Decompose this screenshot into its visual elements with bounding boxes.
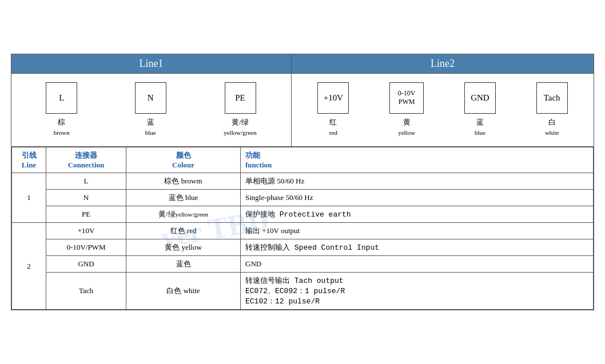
line2-title: Line2 bbox=[431, 58, 455, 69]
line2-header: Line2 bbox=[292, 54, 594, 73]
connector-label-Tach: 白white bbox=[545, 117, 559, 138]
conn-tach: Tach bbox=[46, 273, 126, 310]
conn-L: L bbox=[46, 173, 126, 190]
table-row: PE 黄/绿yellow/green 保护接地 Protective earth bbox=[12, 206, 594, 223]
func-tach: 转速信号输出 Tach output EC072、EC092：1 pulse/R… bbox=[241, 273, 594, 310]
table-row: GND 蓝色 GND bbox=[12, 256, 594, 273]
conn-PE: PE bbox=[46, 206, 126, 223]
connector-label-L: 棕brown bbox=[54, 117, 70, 138]
table-row: 0-10V/PWM 黄色 yellow 转速控制输入 Speed Control… bbox=[12, 239, 594, 256]
line2-diagram: +10V 红red 0-10VPWM 黄yellow GND 蓝blue Tac… bbox=[292, 74, 594, 146]
table-header-row: 引线 Line 连接器 Connection 颜色 Colour 功能 func… bbox=[12, 147, 594, 173]
colour-gnd: 蓝色 bbox=[126, 256, 241, 273]
conn-pwm: 0-10V/PWM bbox=[46, 239, 126, 256]
line1-diagram: L 棕brown N 蓝blue PE 黄/绿yellow/green bbox=[11, 74, 292, 146]
connector-L: L 棕brown bbox=[46, 82, 77, 138]
table-row: 2 +10V 红色 red 输出 +10V output bbox=[12, 223, 594, 239]
line-num-1: 1 bbox=[12, 173, 46, 223]
func-pwm: 转速控制输入 Speed Control Input bbox=[241, 239, 594, 256]
conn-gnd: GND bbox=[46, 256, 126, 273]
main-container: Line1 Line2 L 棕brown N 蓝blue PE 黄/绿yello… bbox=[11, 54, 594, 310]
colour-tach: 白色 white bbox=[126, 273, 241, 310]
func-PE: 保护接地 Protective earth bbox=[241, 206, 594, 223]
connector-label-N: 蓝blue bbox=[145, 117, 156, 138]
connector-label-pwm: 黄yellow bbox=[398, 117, 415, 138]
line-num-2: 2 bbox=[12, 223, 46, 310]
table-row: N 蓝色 blue Single-phase 50/60 Hz bbox=[12, 190, 594, 206]
connector-box-Tach: Tach bbox=[536, 82, 568, 114]
connector-10V: +10V 红red bbox=[317, 82, 349, 138]
connector-box-PE: PE bbox=[225, 82, 256, 114]
colour-L: 棕色 browm bbox=[126, 173, 241, 190]
table-row: Tach 白色 white 转速信号输出 Tach output EC072、E… bbox=[12, 273, 594, 310]
connector-box-N: N bbox=[135, 82, 166, 114]
connector-pwm: 0-10VPWM 黄yellow bbox=[389, 82, 424, 138]
connector-Tach: Tach 白white bbox=[536, 82, 568, 138]
th-function: 功能 function bbox=[241, 147, 594, 173]
table-row: 1 L 棕色 browm 单相电源 50/60 Hz bbox=[12, 173, 594, 190]
connector-N: N 蓝blue bbox=[135, 82, 166, 138]
colour-10V: 红色 red bbox=[126, 223, 241, 239]
diagram-row: L 棕brown N 蓝blue PE 黄/绿yellow/green +10V… bbox=[11, 74, 594, 147]
colour-PE: 黄/绿yellow/green bbox=[126, 206, 241, 223]
data-table: 引线 Line 连接器 Connection 颜色 Colour 功能 func… bbox=[11, 147, 594, 310]
func-gnd: GND bbox=[241, 256, 594, 273]
connector-box-L: L bbox=[46, 82, 77, 114]
connector-label-10V: 红red bbox=[329, 117, 337, 138]
header-row: Line1 Line2 bbox=[11, 54, 594, 74]
connector-GND: GND 蓝blue bbox=[464, 82, 496, 138]
conn-10V: +10V bbox=[46, 223, 126, 239]
connector-label-PE: 黄/绿yellow/green bbox=[224, 117, 256, 138]
func-10V: 输出 +10V output bbox=[241, 223, 594, 239]
colour-N: 蓝色 blue bbox=[126, 190, 241, 206]
func-N: Single-phase 50/60 Hz bbox=[241, 190, 594, 206]
conn-N: N bbox=[46, 190, 126, 206]
connector-label-GND: 蓝blue bbox=[475, 117, 485, 138]
connector-box-10V: +10V bbox=[317, 82, 349, 114]
th-connection: 连接器 Connection bbox=[46, 147, 126, 173]
line1-title: Line1 bbox=[140, 58, 164, 69]
line1-header: Line1 bbox=[11, 54, 292, 73]
th-colour: 颜色 Colour bbox=[126, 147, 241, 173]
th-line: 引线 Line bbox=[12, 147, 46, 173]
connector-box-GND: GND bbox=[464, 82, 496, 114]
colour-pwm: 黄色 yellow bbox=[126, 239, 241, 256]
connector-box-pwm: 0-10VPWM bbox=[389, 82, 424, 114]
connector-PE: PE 黄/绿yellow/green bbox=[224, 82, 256, 138]
func-L: 单相电源 50/60 Hz bbox=[241, 173, 594, 190]
table-wrapper: ver TBD 引线 Line 连接器 Connection 颜色 Colour… bbox=[11, 147, 594, 310]
